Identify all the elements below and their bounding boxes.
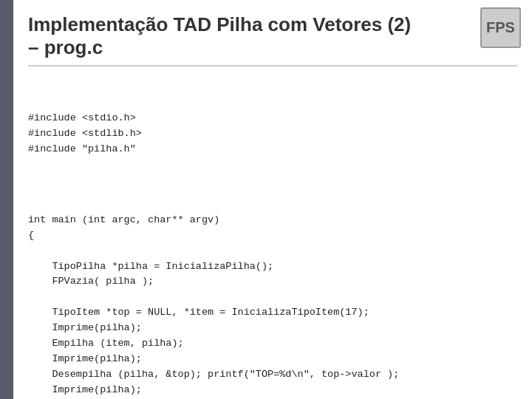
title-line2: – prog.c (28, 36, 103, 58)
logo: FPS (480, 7, 521, 48)
title-line1: Implementação TAD Pilha com Vetores (2) (28, 13, 411, 35)
main-signature: int main (int argc, char** argv) { TipoP… (28, 214, 399, 399)
left-accent-bar (0, 0, 13, 399)
code-block: #include <stdio.h> #include <stdlib.h> #… (28, 80, 517, 399)
slide-title: Implementação TAD Pilha com Vetores (2) … (28, 13, 517, 59)
include-line-1: #include <stdio.h> #include <stdlib.h> #… (28, 112, 142, 154)
logo-text: FPS (486, 19, 515, 36)
content-area: Implementação TAD Pilha com Vetores (2) … (13, 0, 532, 399)
slide: Implementação TAD Pilha com Vetores (2) … (0, 0, 532, 399)
title-section: Implementação TAD Pilha com Vetores (2) … (28, 13, 517, 66)
includes-section: #include <stdio.h> #include <stdlib.h> #… (28, 111, 517, 157)
main-section: int main (int argc, char** argv) { TipoP… (28, 213, 517, 399)
